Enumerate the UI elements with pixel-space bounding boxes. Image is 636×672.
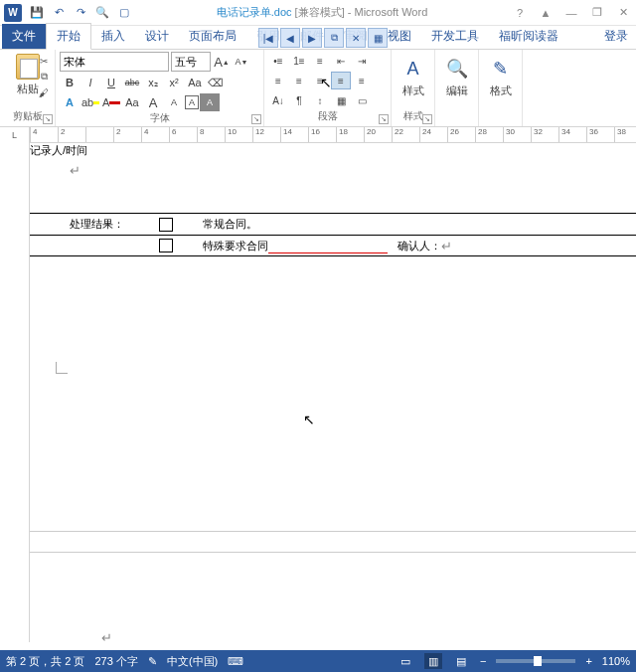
tab-insert[interactable]: 插入 [91, 24, 135, 49]
italic-button[interactable]: I [80, 74, 100, 91]
tab-file[interactable]: 文件 [2, 24, 46, 49]
superscript-button[interactable]: x² [164, 74, 184, 91]
bold-button[interactable]: B [60, 74, 80, 91]
increase-indent-button[interactable]: ⇥ [352, 52, 372, 70]
align-left-button[interactable]: ≡ [268, 72, 288, 89]
distribute-button[interactable]: ≡ [352, 72, 372, 89]
justify-button[interactable]: ≡ [331, 72, 351, 89]
zoom-level[interactable]: 110% [602, 655, 630, 667]
print-layout-button[interactable]: ▥ [424, 653, 442, 669]
redo-button[interactable]: ↷ [72, 4, 89, 22]
close-overlay-button[interactable]: ✕ [346, 28, 366, 48]
tab-foxit[interactable]: 福昕阅读器 [489, 24, 568, 49]
print-preview-button[interactable]: 🔍 [93, 4, 111, 22]
subscript-button[interactable]: x₂ [143, 74, 163, 91]
editing-group: 🔍 编辑 [435, 50, 479, 126]
compat-mode: [兼容模式] [295, 6, 345, 18]
strikethrough-button[interactable]: abc [122, 74, 142, 91]
tab-developer[interactable]: 开发工具 [421, 24, 489, 49]
close-button[interactable]: ✕ [614, 4, 632, 22]
login-button[interactable]: 登录 [596, 24, 636, 49]
save-button[interactable]: 💾 [28, 4, 46, 22]
shrink-font-button[interactable]: A▼ [233, 52, 250, 72]
highlight-button[interactable]: ab [80, 93, 100, 111]
language-button[interactable]: 中文(中国) [167, 654, 218, 669]
ime-button[interactable]: ⌨ [228, 655, 243, 668]
copy-button[interactable]: ⧉ [36, 70, 52, 84]
more-overlay-button[interactable]: ▦ [368, 28, 388, 48]
line-spacing-button[interactable]: ↕ [310, 91, 330, 109]
paragraph-mark-2: ↵ [441, 239, 452, 253]
web-layout-button[interactable]: ▤ [452, 653, 470, 669]
styles-button[interactable]: A 样式 [396, 52, 430, 98]
vertical-ruler[interactable] [0, 143, 30, 642]
ruler-tick: 34 [558, 127, 570, 142]
paragraph-mark-3: ↵ [101, 630, 112, 642]
format-button[interactable]: ✎ 格式 [483, 52, 518, 98]
confirm-label: 确认人： [398, 239, 441, 253]
tab-selector[interactable]: L [0, 127, 30, 143]
zoom-slider[interactable] [496, 659, 575, 663]
checkbox-2[interactable] [159, 239, 173, 252]
styles-dialog-launcher[interactable]: ↘ [422, 114, 432, 124]
page-1-bottom: ↵ 记录人/时间 处理结果： 常规合同。 特殊要求合同 确认人： ↵ [30, 143, 636, 402]
horizontal-ruler[interactable]: L 422468101214161820222426283032343638 [0, 127, 636, 143]
enclosed-char-button[interactable]: A [185, 95, 199, 109]
editing-button[interactable]: 🔍 编辑 [439, 52, 474, 98]
underline-button[interactable]: U [101, 74, 121, 91]
document-canvas[interactable]: ↵ 记录人/时间 处理结果： 常规合同。 特殊要求合同 确认人： ↵ [30, 143, 636, 642]
paragraph-dialog-launcher[interactable]: ↘ [379, 114, 389, 124]
borders-button[interactable]: ▭ [352, 91, 372, 109]
result-row-1: 处理结果： 常规合同。 [30, 213, 636, 235]
next-record-button[interactable]: ▶ [302, 28, 322, 48]
proofing-button[interactable]: ✎ [148, 655, 157, 668]
word-count[interactable]: 273 个字 [94, 654, 137, 669]
page-indicator[interactable]: 第 2 页，共 2 页 [6, 654, 84, 669]
grow-font-2-button[interactable]: A [143, 93, 163, 111]
zoom-in-button[interactable]: + [585, 655, 591, 667]
zoom-out-button[interactable]: − [480, 655, 486, 667]
clear-format-button[interactable]: ⌫ [206, 74, 226, 91]
align-center-button[interactable]: ≡ [289, 72, 309, 89]
font-name-combo[interactable] [60, 52, 169, 72]
font-size-combo[interactable] [171, 52, 211, 72]
help-button[interactable]: ? [511, 4, 529, 22]
shrink-font-2-button[interactable]: A [164, 93, 184, 111]
tab-design[interactable]: 设计 [135, 24, 179, 49]
tab-layout[interactable]: 页面布局 [179, 24, 246, 49]
checkbox-1[interactable] [159, 218, 173, 232]
cut-button[interactable]: ✂ [36, 54, 52, 68]
grow-font-button[interactable]: A▲ [213, 52, 231, 72]
ribbon-collapse-button[interactable]: ▲ [537, 4, 555, 22]
change-case-2-button[interactable]: Aa [122, 93, 142, 111]
restore-button[interactable]: ❐ [588, 4, 606, 22]
ruler-tick: 2 [113, 127, 120, 142]
zoom-thumb[interactable] [534, 656, 542, 666]
bullets-button[interactable]: •≡ [268, 52, 288, 70]
clipboard-dialog-launcher[interactable]: ↘ [43, 114, 53, 124]
show-marks-button[interactable]: ¶ [289, 91, 309, 109]
read-mode-button[interactable]: ▭ [397, 653, 414, 669]
font-label: 字体 [60, 111, 259, 126]
undo-button[interactable]: ↶ [50, 4, 68, 22]
char-border-button[interactable]: A [200, 93, 220, 111]
sort-button[interactable]: A↓ [268, 91, 288, 109]
shading-button[interactable]: ▦ [331, 91, 351, 109]
font-dialog-launcher[interactable]: ↘ [251, 114, 261, 124]
decrease-indent-button[interactable]: ⇤ [331, 52, 351, 70]
first-record-button[interactable]: |◀ [258, 28, 278, 48]
text-effects-button[interactable]: A [60, 93, 80, 111]
tab-home[interactable]: 开始 [46, 23, 91, 50]
paragraph-label: 段落 [268, 109, 387, 124]
numbering-button[interactable]: 1≡ [289, 52, 309, 70]
font-color-button[interactable]: A [101, 93, 121, 111]
prev-record-button[interactable]: ◀ [280, 28, 300, 48]
minimize-button[interactable]: — [562, 4, 580, 22]
copy-record-button[interactable]: ⧉ [324, 28, 344, 48]
new-doc-button[interactable]: ▢ [115, 4, 133, 22]
change-case-button[interactable]: Aa [185, 74, 205, 91]
format-painter-button[interactable]: 🖌 [36, 85, 52, 99]
multilevel-list-button[interactable]: ≡ [310, 52, 330, 70]
align-right-button[interactable]: ≡ [310, 72, 330, 89]
title-bar: W 💾 ↶ ↷ 🔍 ▢ 电话记录单.doc [兼容模式] - Microsoft… [0, 0, 636, 26]
